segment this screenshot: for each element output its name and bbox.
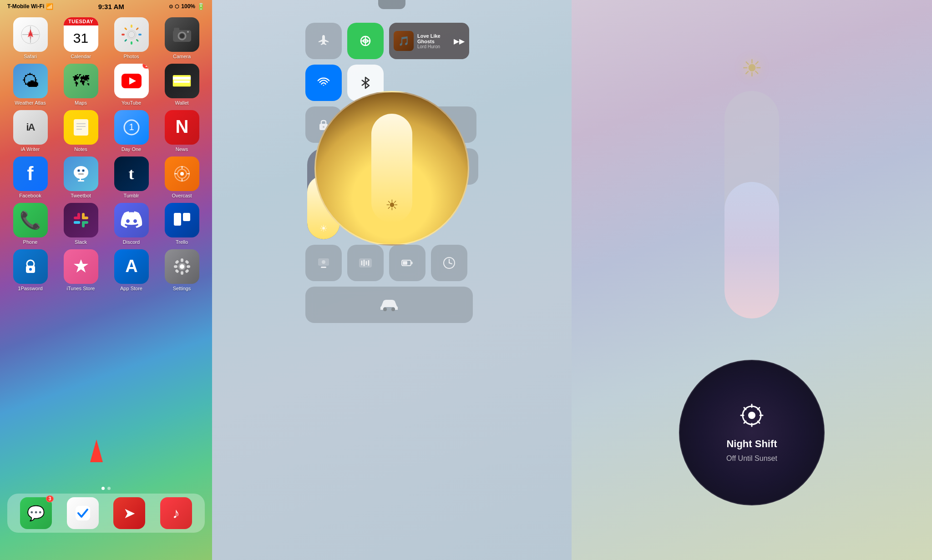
onepassword-icon xyxy=(13,249,48,284)
app-weatheratlas[interactable]: 🌤 Weather Atlas xyxy=(7,64,53,106)
ns-brightness-slider[interactable] xyxy=(724,91,779,318)
up-arrow-indicator xyxy=(90,439,103,462)
notes-label: Notes xyxy=(74,146,87,152)
app-phone[interactable]: 📞 Phone xyxy=(7,203,53,245)
app-safari[interactable]: Safari xyxy=(7,17,53,59)
camera-icon xyxy=(165,17,199,52)
night-shift-circle[interactable]: Night Shift Off Until Sunset xyxy=(679,360,825,505)
cc-battery-btn[interactable] xyxy=(389,245,425,281)
app-tweetbot[interactable]: Tweetbot xyxy=(58,156,104,198)
dock-messages[interactable]: 3 💬 xyxy=(20,497,52,529)
night-shift-panel: ☀ Night Shift Off Until Sunset xyxy=(572,0,932,560)
brightness-symbol: ☀ xyxy=(319,223,328,234)
settings-icon xyxy=(165,249,199,284)
svg-rect-56 xyxy=(174,265,177,268)
tumblr-icon: t xyxy=(114,156,149,191)
brightness-popup[interactable]: ☀ xyxy=(314,91,469,246)
svg-marker-50 xyxy=(74,259,88,272)
cc-airplane-btn[interactable] xyxy=(305,23,342,59)
dock-music[interactable]: ♪ xyxy=(160,497,192,529)
svg-rect-28 xyxy=(80,177,81,181)
tweetbot-label: Tweetbot xyxy=(71,193,91,198)
svg-rect-59 xyxy=(185,269,189,273)
svg-point-32 xyxy=(180,172,184,176)
photos-label: Photos xyxy=(123,54,139,59)
cc-cellular-btn[interactable] xyxy=(347,23,384,59)
tweetbot-icon xyxy=(64,156,98,191)
svg-rect-80 xyxy=(359,258,372,267)
app-tumblr[interactable]: t Tumblr xyxy=(108,156,154,198)
app-appstore[interactable]: A App Store xyxy=(108,249,154,291)
news-label: News xyxy=(176,146,188,152)
svg-rect-46 xyxy=(183,213,190,221)
music-widget[interactable]: 🎵 Love Like Ghosts Lord Huron ▶▶ xyxy=(389,23,469,59)
svg-point-91 xyxy=(383,308,387,311)
music-artist: Lord Huron xyxy=(417,44,450,49)
page-dot-2 xyxy=(107,487,111,490)
cc-appletv-btn[interactable] xyxy=(305,245,342,281)
carrier-label: T-Mobile Wi-Fi xyxy=(7,3,44,10)
svg-rect-87 xyxy=(411,262,413,264)
phone-icon: 📞 xyxy=(13,203,48,237)
cc-audio-btn[interactable] xyxy=(347,245,384,281)
app-dayone[interactable]: 1 Day One xyxy=(108,110,154,152)
iawriter-label: iA Writer xyxy=(21,146,40,152)
youtube-label: YouTube xyxy=(122,100,141,106)
app-calendar[interactable]: TUESDAY 31 Calendar xyxy=(58,17,104,59)
svg-rect-45 xyxy=(174,213,181,226)
app-facebook[interactable]: f Facebook xyxy=(7,156,53,198)
app-overcast[interactable]: Overcast xyxy=(159,156,205,198)
cc-clock-btn[interactable] xyxy=(431,245,467,281)
iphone-home-screen: T-Mobile Wi-Fi 📶 9:31 AM ⊙ ⬡ 100% 🔋 Safa… xyxy=(0,0,212,560)
app-slack[interactable]: Slack xyxy=(58,203,104,245)
night-shift-moon-icon xyxy=(739,403,765,434)
tumblr-label: Tumblr xyxy=(124,193,139,198)
svg-rect-58 xyxy=(175,260,179,264)
app-wallet[interactable]: 💳 Wallet xyxy=(159,64,205,106)
app-trello[interactable]: Trello xyxy=(159,203,205,245)
phone-label: Phone xyxy=(23,239,38,245)
news-icon: N xyxy=(165,110,199,145)
notes-icon xyxy=(64,110,98,145)
brightness-sun-icon: ☀ xyxy=(385,197,399,214)
app-itunesstore[interactable]: iTunes Store xyxy=(58,249,104,291)
app-maps[interactable]: 🗺 Maps xyxy=(58,64,104,106)
page-dot-1 xyxy=(101,487,105,490)
app-notes[interactable]: Notes xyxy=(58,110,104,152)
weatheratlas-icon: 🌤 xyxy=(13,64,48,98)
app-settings[interactable]: Settings xyxy=(159,249,205,291)
appstore-icon: A xyxy=(114,249,149,284)
app-photos[interactable]: Photos xyxy=(108,17,154,59)
wallet-icon: 💳 xyxy=(165,64,199,98)
calendar-icon: TUESDAY 31 xyxy=(64,17,98,52)
app-news[interactable]: N News xyxy=(159,110,205,152)
forward-btn[interactable]: ▶▶ xyxy=(454,37,465,45)
dock-spark[interactable]: ➤ xyxy=(113,497,145,529)
wallet-label: Wallet xyxy=(175,100,188,106)
status-time: 9:31 AM xyxy=(98,3,124,10)
app-camera[interactable]: Camera xyxy=(159,17,205,59)
svg-rect-26 xyxy=(78,173,84,175)
discord-icon xyxy=(114,203,149,237)
svg-point-6 xyxy=(128,31,135,38)
svg-rect-8 xyxy=(174,28,179,31)
app-discord[interactable]: Discord xyxy=(108,203,154,245)
reminders-dock-icon xyxy=(67,497,99,529)
svg-text:1: 1 xyxy=(129,122,134,132)
cc-wifi-btn[interactable] xyxy=(305,65,342,101)
music-title: Love Like Ghosts xyxy=(417,33,450,44)
cc-car-btn[interactable] xyxy=(305,287,473,323)
app-iawriter[interactable]: iA iA Writer xyxy=(7,110,53,152)
trello-icon xyxy=(165,203,199,237)
trello-label: Trello xyxy=(176,239,188,245)
control-center-panel: 🎵 Love Like Ghosts Lord Huron ▶▶ xyxy=(212,0,572,560)
dock-reminders[interactable] xyxy=(67,497,99,529)
settings-label: Settings xyxy=(173,286,191,291)
app-onepassword[interactable]: 1Password xyxy=(7,249,53,291)
app-youtube[interactable]: 1 YouTube xyxy=(108,64,154,106)
svg-point-94 xyxy=(748,412,755,419)
itunesstore-label: iTunes Store xyxy=(67,286,95,291)
messages-badge: 3 xyxy=(46,495,54,502)
svg-rect-38 xyxy=(74,217,80,219)
svg-rect-57 xyxy=(187,265,190,268)
